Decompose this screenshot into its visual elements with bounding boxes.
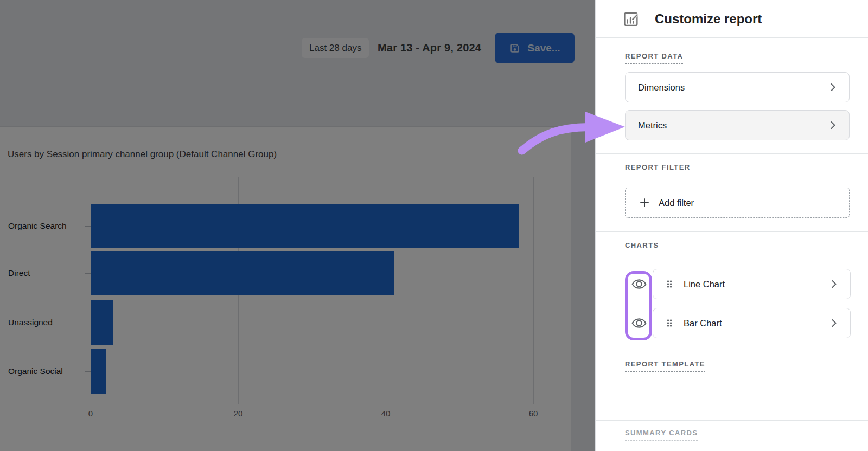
section-label-report-data: REPORT DATA bbox=[625, 52, 683, 64]
section-divider bbox=[596, 231, 868, 232]
bar-chart-label: Bar Chart bbox=[684, 318, 722, 328]
metrics-label: Metrics bbox=[638, 120, 667, 131]
bar-chart-visibility-toggle[interactable] bbox=[629, 315, 649, 331]
plus-icon bbox=[638, 196, 651, 209]
section-divider bbox=[596, 350, 868, 350]
section-label-report-filter: REPORT FILTER bbox=[625, 163, 691, 175]
chevron-right-icon bbox=[826, 119, 839, 132]
metrics-button[interactable]: Metrics bbox=[625, 110, 850, 140]
section-label-report-template: REPORT TEMPLATE bbox=[625, 360, 705, 372]
dimensions-button[interactable]: Dimensions bbox=[625, 72, 850, 102]
section-label-charts: CHARTS bbox=[625, 241, 659, 253]
section-divider bbox=[596, 153, 868, 154]
section-divider bbox=[596, 420, 868, 421]
line-chart-row[interactable]: Line Chart bbox=[653, 269, 851, 299]
screenshot-stage: Last 28 days Mar 13 - Apr 9, 2024 Save..… bbox=[0, 0, 868, 451]
chevron-right-icon bbox=[827, 317, 840, 330]
chevron-right-icon bbox=[826, 81, 839, 94]
panel-header: Customize report bbox=[596, 0, 868, 38]
panel-title: Customize report bbox=[655, 11, 762, 27]
customize-report-panel: Customize report REPORT DATA Dimensions … bbox=[595, 0, 868, 451]
chevron-right-icon bbox=[827, 278, 840, 291]
drag-handle-icon[interactable] bbox=[664, 279, 675, 289]
modal-dim-overlay bbox=[0, 0, 595, 451]
edit-chart-icon bbox=[622, 9, 641, 29]
visibility-eye-icon bbox=[631, 276, 647, 292]
visibility-eye-icon bbox=[631, 315, 647, 331]
add-filter-label: Add filter bbox=[659, 198, 694, 208]
line-chart-label: Line Chart bbox=[684, 279, 725, 289]
add-filter-button[interactable]: Add filter bbox=[625, 188, 850, 218]
drag-handle-icon[interactable] bbox=[664, 318, 675, 328]
line-chart-visibility-toggle[interactable] bbox=[629, 276, 649, 292]
section-label-summary-cards: SUMMARY CARDS bbox=[625, 429, 698, 441]
bar-chart-row[interactable]: Bar Chart bbox=[653, 308, 851, 338]
dimensions-label: Dimensions bbox=[638, 82, 685, 93]
